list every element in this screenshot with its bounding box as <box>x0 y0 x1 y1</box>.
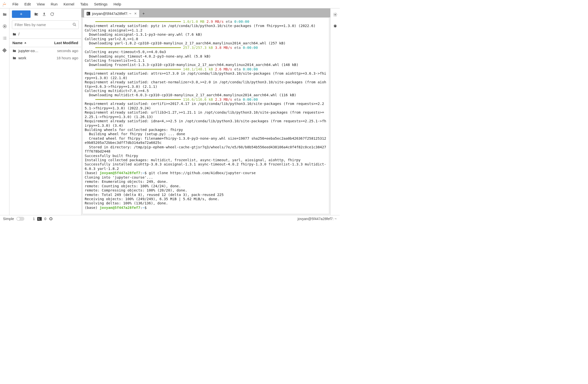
status-bar: Simple 1 $_ 0 jovyan@5f447a28fef7: ~ <box>0 215 340 222</box>
folder-icon <box>12 32 16 36</box>
tab-strip: $_ jovyan@5f447a28fef7: ~ × + <box>81 8 330 17</box>
menu-kernel[interactable]: Kernel <box>61 1 77 7</box>
file-row[interactable]: work 18 hours ago <box>9 54 81 62</box>
toc-icon[interactable] <box>2 36 7 41</box>
terminal-output[interactable]: ━━━━━━━━━━━━━━━━━━━━━━━━━━━━━━━━━━━━━━━━… <box>82 17 329 214</box>
menu-tabs[interactable]: Tabs <box>77 1 91 7</box>
svg-point-10 <box>73 23 75 25</box>
status-context[interactable]: jovyan@5f447a28fef7: ~ <box>297 217 337 221</box>
extensions-icon[interactable] <box>2 48 7 53</box>
tab-label: jovyan@5f447a28fef7: ~ <box>92 12 131 16</box>
main-area: + / Name Last Modified <box>0 8 340 215</box>
file-toolbar: + <box>9 8 81 19</box>
search-icon <box>72 22 77 27</box>
simple-toggle[interactable] <box>16 217 24 221</box>
svg-rect-13 <box>50 218 52 220</box>
menu-view[interactable]: View <box>34 1 48 7</box>
breadcrumb-root[interactable]: / <box>18 32 19 36</box>
file-table-header: Name Last Modified <box>9 39 81 47</box>
svg-rect-5 <box>4 37 6 37</box>
tab-terminal[interactable]: $_ jovyan@5f447a28fef7: ~ × <box>84 10 139 17</box>
kernels-count[interactable]: 0 <box>44 217 46 221</box>
svg-rect-7 <box>4 38 6 38</box>
svg-rect-4 <box>3 37 3 37</box>
svg-point-0 <box>4 2 5 3</box>
new-launcher-button[interactable]: + <box>12 10 31 18</box>
terminal-icon: $_ <box>37 217 42 221</box>
menu-edit[interactable]: Edit <box>21 1 34 7</box>
folder-icon <box>12 49 16 53</box>
refresh-icon[interactable] <box>50 12 54 16</box>
file-name: work <box>18 56 26 60</box>
col-modified[interactable]: Last Modified <box>54 41 78 45</box>
running-icon[interactable] <box>2 24 7 29</box>
workspace: $_ jovyan@5f447a28fef7: ~ × + ━━━━━━━━━━… <box>81 8 330 215</box>
kernel-icon <box>49 217 53 221</box>
activity-bar <box>0 8 9 215</box>
file-browser: + / Name Last Modified <box>9 8 81 215</box>
sort-asc-icon <box>24 42 27 44</box>
add-tab-button[interactable]: + <box>141 11 146 16</box>
upload-icon[interactable] <box>42 12 46 16</box>
jupyter-logo <box>2 2 7 7</box>
file-modified: seconds ago <box>57 49 78 53</box>
menu-help[interactable]: Help <box>110 1 124 7</box>
svg-rect-9 <box>4 39 6 40</box>
svg-rect-8 <box>3 39 3 40</box>
debugger-icon[interactable] <box>333 24 337 28</box>
file-row[interactable]: jupyter-co… seconds ago <box>9 47 81 54</box>
file-table: Name Last Modified jupyter-co… seconds a… <box>9 39 81 215</box>
menu-run[interactable]: Run <box>48 1 61 7</box>
col-name[interactable]: Name <box>12 41 27 45</box>
simple-label: Simple <box>3 217 14 221</box>
right-panel <box>330 8 340 215</box>
menu-settings[interactable]: Settings <box>91 1 110 7</box>
svg-point-11 <box>334 14 336 15</box>
new-folder-icon[interactable] <box>34 12 38 16</box>
menu-file[interactable]: File <box>9 1 21 7</box>
svg-point-12 <box>334 25 336 27</box>
terminals-count[interactable]: 1 <box>33 217 35 221</box>
svg-rect-6 <box>3 38 3 38</box>
svg-point-1 <box>3 5 3 6</box>
property-inspector-icon[interactable] <box>333 12 337 17</box>
file-modified: 18 hours ago <box>56 56 78 60</box>
breadcrumb[interactable]: / <box>9 31 81 39</box>
svg-rect-3 <box>4 26 5 27</box>
folder-icon[interactable] <box>2 12 7 17</box>
menubar: File Edit View Run Kernel Tabs Settings … <box>0 0 340 8</box>
file-name: jupyter-co… <box>18 49 38 53</box>
folder-icon <box>12 56 16 60</box>
terminal-icon: $_ <box>87 12 90 15</box>
file-filter-input[interactable] <box>12 20 79 29</box>
close-icon[interactable]: × <box>133 11 137 16</box>
